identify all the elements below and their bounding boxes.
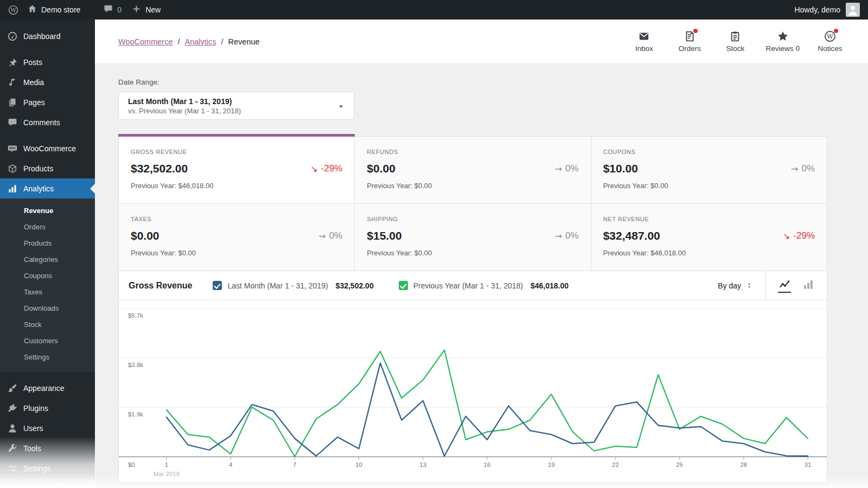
comments-indicator[interactable]: 0	[103, 4, 122, 16]
tile-label: SHIPPING	[367, 216, 578, 222]
activity-tab-notices[interactable]: WNotices	[815, 30, 845, 53]
envelope-icon	[638, 30, 650, 42]
selected-tile-accent-bar	[118, 134, 355, 137]
interval-select[interactable]: By day	[718, 281, 752, 290]
summary-tile-refunds[interactable]: REFUNDS$0.00→0%Previous Year: $0.00	[355, 137, 590, 203]
sidebar-item-label: Posts	[23, 58, 42, 67]
sidebar-subitem-products[interactable]: Products	[0, 235, 95, 251]
sidebar-subitem-orders[interactable]: Orders	[0, 219, 95, 235]
summary-tile-shipping[interactable]: SHIPPING$15.00→0%Previous Year: $0.00	[355, 204, 590, 271]
trend-down-arrow-icon: ↘	[310, 164, 317, 174]
svg-text:19: 19	[548, 461, 555, 468]
sidebar-item-users[interactable]: Users	[0, 418, 95, 438]
tile-trend: ↘-29%	[783, 230, 815, 241]
breadcrumb-analytics[interactable]: Analytics	[184, 37, 216, 46]
svg-text:4: 4	[229, 461, 233, 468]
sidebar-item-products[interactable]: Products	[0, 158, 95, 178]
sidebar-subitem-stock[interactable]: Stock	[0, 316, 95, 332]
sidebar-item-label: WooCommerce	[23, 144, 76, 153]
legend-item-current-period[interactable]: Last Month (Mar 1 - 31, 2019)$32,502.00	[213, 281, 373, 290]
line-chart-icon[interactable]	[778, 279, 791, 293]
trend-flat-arrow-icon: →	[555, 164, 562, 174]
date-range-select[interactable]: Last Month (Mar 1 - 31, 2019) vs. Previo…	[118, 92, 354, 120]
sidebar-subitem-coupons[interactable]: Coupons	[0, 267, 95, 284]
pin-icon	[7, 57, 18, 68]
sidebar-subitem-settings[interactable]: Settings	[0, 349, 95, 365]
new-menu[interactable]: New	[131, 4, 161, 16]
activity-tab-orders[interactable]: Orders	[674, 30, 705, 53]
admin-bar-left: W Demo store 0 New	[8, 4, 161, 16]
sidebar-subitem-revenue[interactable]: Revenue	[0, 202, 95, 219]
tile-trend: ↘-29%	[310, 163, 342, 174]
checked-checkbox[interactable]	[213, 281, 222, 290]
sidebar-item-pages[interactable]: Pages	[0, 92, 95, 112]
sidebar-subitem-customers[interactable]: Customers	[0, 332, 95, 349]
legend-item-previous-period[interactable]: Previous Year (Mar 1 - 31, 2018)$46,018.…	[399, 281, 569, 290]
sidebar-subitem-categories[interactable]: Categories	[0, 251, 95, 267]
tile-trend-percent: 0%	[801, 163, 815, 174]
summary-tiles: GROSS REVENUE$32,502.00↘-29%Previous Yea…	[118, 136, 827, 271]
activity-panel-tabs: InboxOrdersStockReviews0WNotices	[629, 30, 845, 53]
tile-label: REFUNDS	[367, 149, 578, 155]
sidebar-item-media[interactable]: Media	[0, 72, 95, 92]
sidebar-item-tools[interactable]: Tools	[0, 438, 95, 458]
sidebar-item-dashboard[interactable]: Dashboard	[0, 26, 95, 46]
svg-text:22: 22	[612, 461, 619, 468]
document-icon	[684, 30, 695, 42]
sidebar-item-plugins[interactable]: Plugins	[0, 398, 95, 418]
avatar[interactable]	[846, 3, 860, 17]
sidebar-subitem-downloads[interactable]: Downloads	[0, 300, 95, 316]
summary-tile-gross-revenue[interactable]: GROSS REVENUE$32,502.00↘-29%Previous Yea…	[119, 137, 354, 203]
tile-label: GROSS REVENUE	[131, 149, 342, 155]
sidebar-section: Dashboard	[0, 26, 95, 46]
tile-previous-value: Previous Year: $0.00	[367, 249, 578, 257]
sidebar-section: AppearancePluginsUsersToolsSettings	[0, 378, 95, 478]
site-name: Demo store	[41, 5, 80, 14]
clipboard-icon	[729, 30, 741, 42]
wordpress-logo-icon[interactable]: W	[8, 5, 18, 15]
activity-tab-label: Notices	[818, 44, 842, 53]
sidebar-item-appearance[interactable]: Appearance	[0, 378, 95, 398]
legend-total: $46,018.00	[531, 281, 569, 290]
svg-text:$5.7k: $5.7k	[128, 312, 143, 319]
svg-text:25: 25	[676, 461, 683, 468]
breadcrumb-woocommerce[interactable]: WooCommerce	[118, 37, 173, 46]
summary-tile-taxes[interactable]: TAXES$0.00→0%Previous Year: $0.00	[119, 204, 354, 271]
tile-previous-value: Previous Year: $0.00	[131, 249, 342, 257]
sidebar-subitem-taxes[interactable]: Taxes	[0, 284, 95, 300]
interval-label: By day	[718, 281, 741, 290]
sidebar-item-label: Plugins	[23, 404, 48, 413]
activity-tab-reviews[interactable]: Reviews0	[765, 30, 800, 53]
sidebar-item-posts[interactable]: Posts	[0, 52, 95, 72]
sort-updown-icon	[746, 281, 752, 290]
unread-badge-dot	[693, 29, 698, 33]
checked-checkbox[interactable]	[399, 281, 408, 290]
sidebar-item-settings[interactable]: Settings	[0, 458, 95, 478]
summary-tile-coupons[interactable]: COUPONS$10.00→0%Previous Year: $0.00	[591, 137, 827, 203]
tile-trend-percent: -29%	[793, 230, 815, 241]
site-menu[interactable]: Demo store	[27, 4, 80, 16]
plus-icon	[131, 4, 142, 16]
summary-tile-net-revenue[interactable]: NET REVENUE$32,487.00↘-29%Previous Year:…	[591, 204, 827, 271]
activity-tab-inbox[interactable]: Inbox	[629, 30, 659, 53]
tile-trend: →0%	[791, 163, 815, 174]
analytics-submenu: RevenueOrdersProductsCategoriesCouponsTa…	[0, 198, 95, 372]
activity-tab-label: Inbox	[635, 44, 653, 53]
tile-label: TAXES	[131, 216, 342, 222]
activity-tab-label: Reviews	[765, 44, 793, 53]
breadcrumb-revenue: Revenue	[228, 37, 260, 46]
sidebar-item-analytics[interactable]: Analytics	[0, 178, 95, 198]
bar-chart-icon[interactable]	[802, 279, 815, 293]
sidebar-item-comments[interactable]: Comments	[0, 112, 95, 132]
page-header: WooCommerce/Analytics/Revenue InboxOrder…	[95, 20, 868, 64]
page-content: Date Range: Last Month (Mar 1 - 31, 2019…	[95, 64, 868, 483]
sidebar-item-label: Appearance	[23, 384, 65, 393]
howdy-text[interactable]: Howdy, demo	[794, 5, 840, 14]
sidebar-item-woocommerce[interactable]: WOOWooCommerce	[0, 138, 95, 158]
activity-tab-stock[interactable]: Stock	[720, 30, 750, 53]
plug-icon	[7, 403, 18, 414]
svg-text:$0: $0	[128, 461, 135, 468]
sidebar-item-label: Media	[23, 78, 44, 87]
tile-trend: →0%	[555, 163, 579, 174]
revenue-chart-plot[interactable]: $0$1.9k$3.8k$5.7k1471013161922252831Mar …	[119, 300, 827, 482]
